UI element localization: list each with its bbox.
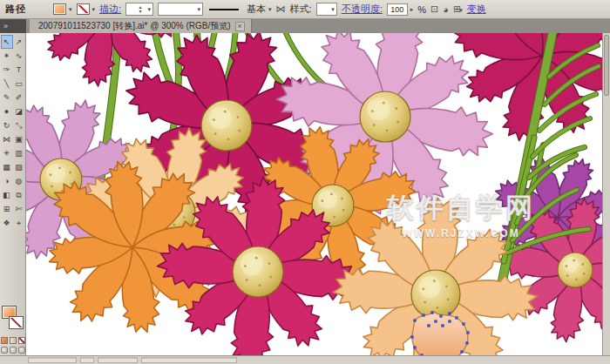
control-bar: 路径 ▾ ▾ 描边: ▴▾▾ ▾ 基本 ▾ ⋈ 样式: ▾ 不透明度: 100 … [0,0,610,19]
tool-width[interactable]: ⋈ [1,132,13,146]
tab-close-button[interactable]: × [235,22,245,31]
tool-live-paint-selection[interactable]: ⧉ [13,188,25,202]
fill-stroke-indicator [1,306,25,334]
tool-pencil[interactable]: ✐ [13,91,25,104]
brush-basic-dropdown-icon[interactable]: ▾ [268,6,272,13]
none-button[interactable] [18,337,25,344]
width-profile-icon[interactable]: ⋈ [276,3,286,15]
anchor-point[interactable] [448,320,451,322]
stroke-panel-link[interactable]: 描边: [99,3,121,16]
brush-basic-label[interactable]: 基本 [247,3,266,16]
draw-behind-button[interactable] [10,347,17,354]
document-tab[interactable]: 200791011523730 [转换].ai* @ 300% (RGB/预览)… [30,19,252,33]
tool-lasso[interactable]: ∿ [13,49,25,63]
isolate-mode-icon[interactable]: ⊡ [430,3,438,15]
anchor-point[interactable] [465,341,468,344]
fill-dropdown-icon[interactable]: ▾ [69,6,72,13]
status-bar-field [80,357,94,363]
draw-normal-button[interactable] [1,347,8,354]
tool-eraser[interactable]: ◪ [13,104,25,118]
tool-line-segment[interactable]: ╲ [1,77,13,91]
graphic-style-combo[interactable]: ▾ [316,3,337,16]
document-title: 200791011523730 [转换].ai* @ 300% (RGB/预览) [38,20,231,32]
style-label: 样式: [290,3,312,16]
control-panel-label: 路径 [5,3,26,16]
anchor-point[interactable] [413,346,416,348]
stroke-preview-line [209,9,239,10]
anchor-point[interactable] [430,311,433,313]
anchor-point[interactable] [422,313,424,316]
tool-artboard[interactable]: ⊞ [1,202,13,216]
tool-direct-selection[interactable]: ↗ [13,35,25,49]
tool-hand[interactable]: ❖ [1,216,13,230]
status-bar-field [141,357,237,363]
artboard-canvas[interactable]: 软件自学网 WWW.RJZXW.COM [26,33,602,355]
anchor-point[interactable] [439,314,442,317]
anchor-point[interactable] [466,331,469,334]
status-bar [0,355,610,364]
tool-gradient[interactable]: ▨ [13,160,25,174]
status-bar-field [98,357,138,363]
anchor-point[interactable] [448,312,451,314]
opacity-value-field[interactable]: 100 [387,3,408,16]
align-options-icon[interactable]: ⊞▾ [453,3,463,15]
tool-symbol-sprayer[interactable]: ✳ [1,146,13,160]
anchor-point[interactable] [413,319,416,321]
panel-collapse-button[interactable]: » [0,19,26,33]
stroke-dropdown-icon[interactable]: ▾ [92,6,96,13]
tool-column-graph[interactable]: ▥ [13,146,25,160]
draw-inside-button[interactable] [18,347,25,354]
draw-mode-buttons [1,347,25,354]
tools-panel: ↖↗✶∿✑T╲▭✎✐●◪↻⤡⋈▣✳▥▦▨◑◍◧⧉⊞✄❖⌖ [0,33,26,355]
document-tab-bar: » 200791011523730 [转换].ai* @ 300% (RGB/预… [0,19,610,33]
stroke-weight-combo[interactable]: ▴▾▾ [125,3,153,16]
status-bar-field [28,357,77,363]
tool-paintbrush[interactable]: ✎ [1,91,13,104]
anchor-point[interactable] [427,324,430,327]
recolor-artwork-icon[interactable]: ◕ [443,4,449,15]
tool-pen[interactable]: ✑ [1,63,13,77]
tool-zoom[interactable]: ⌖ [13,216,25,230]
anchor-point[interactable] [441,324,444,327]
brush-definition-combo[interactable]: ▾ [158,3,203,16]
color-button[interactable] [1,337,8,344]
gradient-button[interactable] [10,337,17,344]
anchor-point[interactable] [455,316,458,319]
tool-scale[interactable]: ⤡ [13,118,25,132]
tool-blend[interactable]: ◍ [13,174,25,188]
stroke-indicator-swatch[interactable] [9,316,24,329]
anchor-point[interactable] [462,322,464,325]
vertical-scrollbar-thumb[interactable] [604,35,609,96]
spinner-icon[interactable]: ▴▾ [139,5,146,14]
flower-artwork[interactable] [26,33,602,355]
opacity-spinner-icon[interactable]: ▸ [410,6,414,13]
anchor-point[interactable] [420,354,423,355]
fill-color-swatch[interactable] [53,3,66,15]
tools-grid: ↖↗✶∿✑T╲▭✎✐●◪↻⤡⋈▣✳▥▦▨◑◍◧⧉⊞✄❖⌖ [1,35,25,230]
tool-magic-wand[interactable]: ✶ [1,49,13,63]
workspace-body: ↖↗✶∿✑T╲▭✎✐●◪↻⤡⋈▣✳▥▦▨◑◍◧⧉⊞✄❖⌖ 软件自学网 WWW.R… [0,33,610,355]
tool-rectangle[interactable]: ▭ [13,77,25,91]
tool-rotate[interactable]: ↻ [1,118,13,132]
anchor-point[interactable] [410,335,413,338]
anchor-point[interactable] [460,350,463,353]
paint-mode-buttons [1,337,25,344]
illustrator-window: 路径 ▾ ▾ 描边: ▴▾▾ ▾ 基本 ▾ ⋈ 样式: ▾ 不透明度: 100 … [0,0,610,364]
opacity-unit: % [417,4,426,15]
tool-mesh[interactable]: ▦ [1,160,13,174]
tool-type[interactable]: T [13,63,25,77]
tool-eyedropper[interactable]: ◑ [1,174,13,188]
opacity-link[interactable]: 不透明度: [342,3,383,16]
tool-live-paint-bucket[interactable]: ◧ [1,188,13,202]
tool-blob-brush[interactable]: ● [1,104,13,118]
tool-slice[interactable]: ✄ [13,202,25,216]
tool-selection[interactable]: ↖ [1,35,13,49]
stroke-color-swatch[interactable] [77,3,90,15]
vertical-scrollbar[interactable] [602,33,610,355]
tool-free-transform[interactable]: ▣ [13,132,25,146]
transform-link[interactable]: 变换 [467,3,486,16]
anchor-point[interactable] [434,320,437,322]
